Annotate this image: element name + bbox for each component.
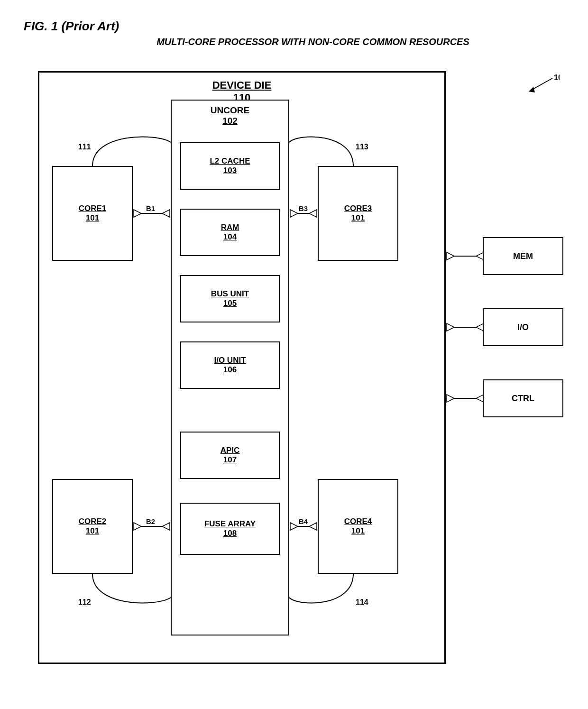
mem-arrow [447, 252, 484, 260]
io-side-box: I/O [483, 308, 563, 346]
svg-text:114: 114 [356, 598, 368, 606]
io-side-arrow [447, 323, 484, 331]
page: FIG. 1 (Prior Art) MULTI-CORE PROCESSOR … [0, 0, 588, 709]
svg-text:111: 111 [78, 143, 91, 151]
svg-marker-16 [309, 523, 317, 530]
svg-marker-4 [162, 210, 170, 217]
diagram-svg: B1 B2 B3 B4 [24, 57, 564, 692]
svg-marker-19 [447, 252, 454, 260]
b4-arrow: B4 [290, 517, 317, 530]
svg-text:113: 113 [356, 143, 368, 151]
svg-text:112: 112 [78, 598, 91, 606]
b2-arrow: B2 [134, 517, 170, 530]
b1-arrow: B1 [134, 204, 170, 217]
svg-marker-25 [447, 395, 454, 402]
ctrl-arrow [447, 395, 484, 402]
fig-title: FIG. 1 (Prior Art) [24, 19, 564, 34]
svg-marker-7 [134, 523, 141, 530]
diagram-area: 100 DEVICE DIE 110 UNCORE 102 L2 CACHE 1… [24, 57, 564, 692]
ctrl-side-box: CTRL [483, 379, 563, 417]
svg-text:B2: B2 [146, 517, 155, 525]
svg-text:B3: B3 [299, 204, 308, 212]
svg-marker-3 [134, 210, 141, 217]
mem-side-box: MEM [483, 237, 563, 275]
svg-marker-11 [290, 210, 298, 217]
b3-arrow: B3 [290, 204, 317, 217]
svg-text:B1: B1 [146, 204, 155, 212]
fig-subtitle: MULTI-CORE PROCESSOR WITH NON-CORE COMMO… [62, 37, 564, 47]
svg-marker-15 [290, 523, 298, 530]
svg-text:B4: B4 [299, 517, 308, 525]
svg-marker-22 [447, 323, 454, 331]
svg-marker-12 [309, 210, 317, 217]
svg-marker-8 [162, 523, 170, 530]
